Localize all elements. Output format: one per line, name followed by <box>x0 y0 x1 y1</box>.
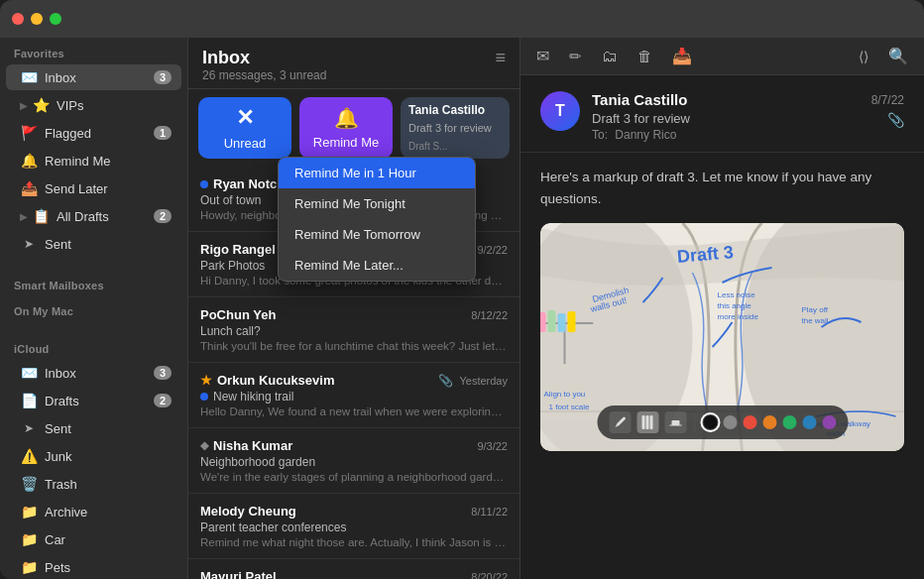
color-purple[interactable] <box>822 415 836 429</box>
reading-pane: ✉ ✏ 🗂 🗑 📥 ⟨⟩ 🔍 T Tania Castillo <box>520 38 924 579</box>
msg-sender: PoChun Yeh <box>200 307 276 322</box>
sent-icon: ➤ <box>20 235 38 253</box>
favorites-section-label: Favorites <box>0 38 187 63</box>
fullscreen-button[interactable] <box>50 13 61 25</box>
color-green[interactable] <box>782 415 796 429</box>
email-subject-line: Draft 3 for review <box>592 111 690 126</box>
msg-sender: Rigo Rangel <box>200 242 276 257</box>
icloud-pets-icon: 📁 <box>20 558 38 576</box>
email-sender-name: Tania Castillo <box>592 91 687 108</box>
icloud-junk-icon: ⚠️ <box>20 447 38 465</box>
color-red[interactable] <box>743 415 756 429</box>
draft-sender: Tania Castillo <box>408 103 485 117</box>
message-item[interactable]: ◆ Nisha Kumar 9/3/22 Neighborhood garden… <box>188 428 520 494</box>
compose-icon[interactable]: ✏ <box>569 48 582 65</box>
archive-icon[interactable]: 🗂 <box>602 48 618 65</box>
remind-later-option[interactable]: Remind Me Later... <box>279 250 475 281</box>
unread-filter-button[interactable]: ✕ Unread <box>198 97 291 159</box>
marker-tool[interactable] <box>636 411 658 433</box>
color-black[interactable] <box>703 415 717 429</box>
icloud-drafts-icon: 📄 <box>20 392 38 409</box>
svg-text:more inside: more inside <box>718 312 759 321</box>
message-item[interactable]: Mayuri Patel 8/20/22 <box>188 559 520 579</box>
msg-sender: Ryan Notch <box>200 176 285 191</box>
pen-tool[interactable] <box>609 411 631 433</box>
icloud-sent-icon: ➤ <box>20 419 38 437</box>
msg-date: 9/3/22 <box>477 440 508 452</box>
sidebar-item-inbox[interactable]: ✉️ Inbox 3 <box>6 64 181 90</box>
sidebar-item-sent[interactable]: ➤ Sent <box>6 231 181 257</box>
sidebar-icloud-drafts-label: Drafts <box>45 394 154 408</box>
message-item[interactable]: Melody Cheung 8/11/22 Parent teacher con… <box>188 494 520 559</box>
message-item[interactable]: ★ Orkun Kucuksevim 📎 Yesterday New hikin… <box>188 363 520 428</box>
sidebar-item-icloud-drafts[interactable]: 📄 Drafts 2 <box>6 388 181 413</box>
remind-filter-button[interactable]: 🔔 Remind Me <box>299 97 393 159</box>
vips-icon: ⭐ <box>32 96 50 114</box>
filter-icon[interactable]: ≡ <box>495 48 506 68</box>
sidebar-inbox-label: Inbox <box>45 70 154 85</box>
msg-sender: Melody Cheung <box>200 504 296 519</box>
message-item[interactable]: PoChun Yeh 8/12/22 Lunch call? Think you… <box>188 297 520 363</box>
sidebar-icloud-trash-label: Trash <box>45 477 172 492</box>
sidebar-sent-label: Sent <box>45 237 172 252</box>
email-sketch: Draft 3 Demolish walls out! Less noise t… <box>540 223 904 451</box>
delete-icon[interactable]: 🗑 <box>637 48 652 64</box>
remind-filter-label: Remind Me <box>313 135 379 150</box>
remind-tonight-option[interactable]: Remind Me Tonight <box>279 188 475 219</box>
sender-avatar: T <box>540 91 580 131</box>
all-drafts-badge: 2 <box>154 209 172 223</box>
content-area: Favorites ✉️ Inbox 3 ▶ ⭐ VIPs 🚩 Flagged … <box>0 38 924 579</box>
sidebar-item-icloud-sent[interactable]: ➤ Sent <box>6 415 181 441</box>
color-orange[interactable] <box>762 415 776 429</box>
sidebar-item-icloud-inbox[interactable]: ✉️ Inbox 3 <box>6 360 181 386</box>
remind-me-icon: 🔔 <box>20 152 38 170</box>
filter-buttons: ✕ Unread 🔔 Remind Me Tania Castillo Draf… <box>188 89 520 167</box>
unread-filter-label: Unread <box>224 136 267 151</box>
search-icon[interactable]: 🔍 <box>888 47 908 65</box>
icloud-inbox-badge: 3 <box>154 366 172 380</box>
remind-me-dropdown: Remind Me in 1 Hour Remind Me Tonight Re… <box>278 157 476 282</box>
email-to: To: Danny Rico <box>592 128 904 142</box>
msg-date: 9/2/22 <box>477 244 508 256</box>
minimize-button[interactable] <box>31 13 43 25</box>
draft-filter-button[interactable]: Tania Castillo Draft 3 for review Draft … <box>401 97 510 159</box>
sidebar-item-remind-me[interactable]: 🔔 Remind Me <box>6 148 181 174</box>
sidebar-item-flagged[interactable]: 🚩 Flagged 1 <box>6 120 181 146</box>
email-meta: Tania Castillo 8/7/22 Draft 3 for review… <box>592 91 904 142</box>
remind-tomorrow-option[interactable]: Remind Me Tomorrow <box>279 219 475 250</box>
chevron-left-right-icon[interactable]: ⟨⟩ <box>859 49 868 64</box>
sidebar-item-icloud-archive[interactable]: 📁 Archive <box>6 499 181 524</box>
move-icon[interactable]: 📥 <box>672 47 692 65</box>
sidebar-icloud-car-label: Car <box>45 532 172 547</box>
sidebar-item-icloud-trash[interactable]: 🗑️ Trash <box>6 471 181 497</box>
color-gray[interactable] <box>723 415 737 429</box>
sidebar-flagged-label: Flagged <box>45 126 154 141</box>
msg-subject: New hiking trail <box>200 390 508 404</box>
msg-subject: Neighborhood garden <box>200 455 508 469</box>
sidebar-icloud-pets-label: Pets <box>45 560 172 575</box>
sidebar-icloud-archive-label: Archive <box>45 505 172 520</box>
message-list: Inbox ≡ 26 messages, 3 unread ✕ Unread 🔔… <box>188 38 520 579</box>
message-list-header: Inbox ≡ 26 messages, 3 unread <box>188 38 520 89</box>
svg-text:Play off: Play off <box>802 305 829 314</box>
msg-date: 8/20/22 <box>471 571 508 580</box>
msg-subject: Parent teacher conferences <box>200 521 508 534</box>
svg-text:Less noise: Less noise <box>718 290 756 299</box>
unread-dot <box>200 180 208 188</box>
icloud-archive-icon: 📁 <box>20 503 38 521</box>
msg-subject: Lunch call? <box>200 324 508 338</box>
remind-in-1-hour-option[interactable]: Remind Me in 1 Hour <box>279 158 475 188</box>
draft-subject: Draft 3 for review <box>408 122 492 134</box>
sidebar-item-icloud-car[interactable]: 📁 Car <box>6 526 181 552</box>
sidebar-item-all-drafts[interactable]: ▶ 📋 All Drafts 2 <box>6 203 181 229</box>
sidebar-item-send-later[interactable]: 📤 Send Later <box>6 175 181 201</box>
sidebar-item-icloud-pets[interactable]: 📁 Pets <box>6 554 181 579</box>
sidebar-all-drafts-label: All Drafts <box>57 209 154 224</box>
close-button[interactable] <box>12 13 24 25</box>
reply-icon[interactable]: ✉ <box>536 47 549 65</box>
sidebar-item-icloud-junk[interactable]: ⚠️ Junk <box>6 443 181 469</box>
eraser-tool[interactable] <box>664 411 686 433</box>
send-later-icon: 📤 <box>20 179 38 197</box>
sidebar-item-vips[interactable]: ▶ ⭐ VIPs <box>6 92 181 118</box>
color-blue[interactable] <box>802 415 816 429</box>
